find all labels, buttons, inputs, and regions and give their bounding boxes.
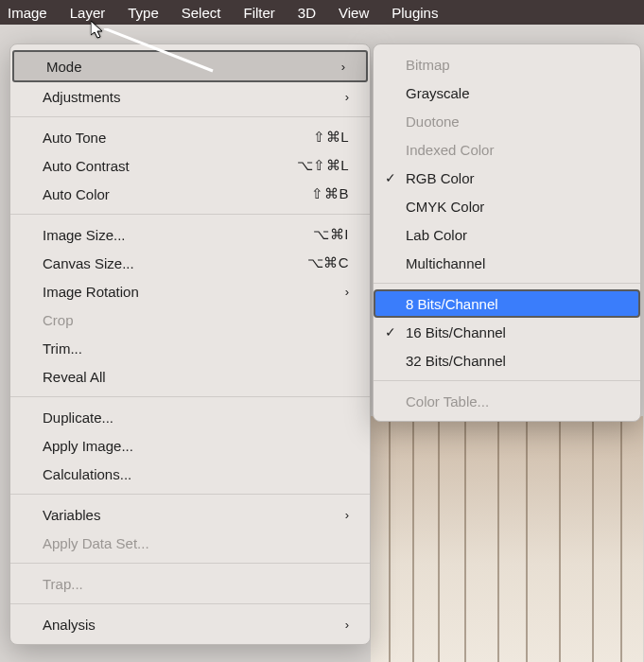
menu-separator (10, 494, 370, 495)
menu-duplicate-label: Duplicate... (43, 409, 113, 426)
shortcut-text: ⌥⇧⌘L (297, 157, 349, 174)
mode-cmyk-color[interactable]: CMYK Color (374, 192, 640, 220)
mode-color-table: Color Table... (374, 387, 640, 415)
mode-indexed-color: Indexed Color (374, 135, 640, 164)
shortcut-text: ⇧⌘L (313, 129, 349, 146)
menu-auto-color-label: Auto Color (43, 186, 110, 202)
checkmark-icon: ✓ (385, 170, 396, 185)
menu-separator (10, 396, 370, 397)
menu-separator (374, 283, 640, 284)
menu-canvas-size[interactable]: Canvas Size... ⌥⌘C (10, 249, 370, 277)
menu-apply-data-set: Apply Data Set... (10, 529, 370, 557)
chevron-right-icon: › (345, 90, 349, 104)
menu-separator (10, 116, 370, 117)
menubar-plugins[interactable]: Plugins (392, 5, 438, 21)
mode-multichannel[interactable]: Multichannel (374, 249, 640, 277)
menu-auto-contrast[interactable]: Auto Contrast ⌥⇧⌘L (10, 151, 370, 180)
menu-apply-data-set-label: Apply Data Set... (43, 535, 149, 551)
menubar-filter[interactable]: Filter (243, 5, 274, 21)
chevron-right-icon: › (345, 508, 349, 522)
menu-duplicate[interactable]: Duplicate... (10, 403, 370, 431)
menu-variables-label: Variables (43, 507, 100, 523)
mode-submenu: Bitmap Grayscale Duotone Indexed Color ✓… (373, 44, 641, 422)
menubar-layer[interactable]: Layer (70, 5, 106, 21)
menu-trap: Trap... (10, 569, 370, 598)
menu-image-size[interactable]: Image Size... ⌥⌘I (10, 220, 370, 249)
menubar-3d[interactable]: 3D (298, 5, 316, 21)
shortcut-text: ⇧⌘B (311, 185, 349, 202)
mode-32-bits[interactable]: 32 Bits/Channel (374, 346, 640, 375)
menu-adjustments[interactable]: Adjustments › (10, 82, 370, 111)
mode-bitmap: Bitmap (374, 50, 640, 78)
menubar-select[interactable]: Select (182, 5, 221, 21)
menu-image-rotation[interactable]: Image Rotation › (10, 277, 370, 305)
menu-trim[interactable]: Trim... (10, 334, 370, 362)
mode-8-bits[interactable]: 8 Bits/Channel (374, 289, 640, 318)
menu-reveal-all-label: Reveal All (43, 369, 106, 385)
top-menubar: Image Layer Type Select Filter 3D View P… (0, 0, 644, 25)
shortcut-text: ⌥⌘I (313, 226, 349, 243)
menu-calculations[interactable]: Calculations... (10, 460, 370, 488)
menu-apply-image[interactable]: Apply Image... (10, 431, 370, 460)
image-dropdown-menu: Mode › Adjustments › Auto Tone ⇧⌘L Auto … (9, 44, 371, 645)
menu-trim-label: Trim... (43, 340, 82, 357)
mode-duotone: Duotone (374, 107, 640, 135)
menu-separator (374, 380, 640, 381)
menu-crop: Crop (10, 305, 370, 334)
chevron-right-icon: › (345, 618, 349, 632)
mode-16-bits[interactable]: ✓ 16 Bits/Channel (374, 318, 640, 346)
menu-crop-label: Crop (43, 312, 74, 328)
menu-analysis-label: Analysis (43, 617, 96, 633)
mode-grayscale[interactable]: Grayscale (374, 78, 640, 107)
menu-auto-tone-label: Auto Tone (43, 130, 106, 146)
menu-auto-contrast-label: Auto Contrast (43, 158, 130, 174)
menu-auto-tone[interactable]: Auto Tone ⇧⌘L (10, 123, 370, 151)
canvas-background-image (371, 416, 643, 662)
menu-auto-color[interactable]: Auto Color ⇧⌘B (10, 180, 370, 208)
menu-variables[interactable]: Variables › (10, 500, 370, 529)
menu-canvas-size-label: Canvas Size... (43, 255, 134, 271)
mode-rgb-color[interactable]: ✓ RGB Color (374, 164, 640, 192)
menu-reveal-all[interactable]: Reveal All (10, 362, 370, 391)
chevron-right-icon: › (345, 285, 349, 299)
menu-mode[interactable]: Mode › (12, 50, 368, 82)
menu-image-rotation-label: Image Rotation (43, 284, 139, 300)
menu-separator (10, 603, 370, 604)
menubar-type[interactable]: Type (128, 5, 159, 21)
menu-trap-label: Trap... (43, 576, 83, 592)
menu-adjustments-label: Adjustments (43, 89, 121, 105)
chevron-right-icon: › (341, 60, 345, 74)
menu-apply-image-label: Apply Image... (43, 438, 133, 454)
menu-calculations-label: Calculations... (43, 466, 131, 482)
mode-lab-color[interactable]: Lab Color (374, 220, 640, 249)
shortcut-text: ⌥⌘C (307, 254, 349, 271)
menu-separator (10, 563, 370, 564)
menu-mode-label: Mode (46, 59, 82, 75)
menu-separator (10, 214, 370, 215)
menu-analysis[interactable]: Analysis › (10, 610, 370, 638)
menu-image-size-label: Image Size... (43, 227, 126, 243)
checkmark-icon: ✓ (385, 324, 396, 340)
menubar-view[interactable]: View (339, 5, 369, 21)
menubar-image[interactable]: Image (8, 5, 47, 21)
